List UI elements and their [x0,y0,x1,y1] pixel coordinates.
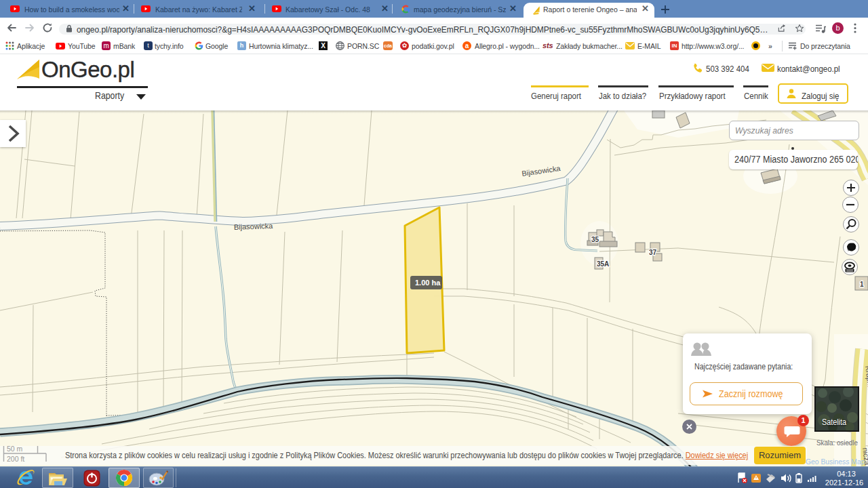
svg-text:35A: 35A [597,260,609,268]
svg-text:200 ft: 200 ft [7,455,24,463]
svg-text:50 m: 50 m [7,445,23,453]
svg-text:35: 35 [591,236,599,243]
svg-text:37: 37 [649,249,657,256]
svg-text:1.00 ha: 1.00 ha [415,279,441,287]
svg-text:1: 1 [860,281,864,288]
svg-text:Bijasowicka: Bijasowicka [234,222,274,231]
